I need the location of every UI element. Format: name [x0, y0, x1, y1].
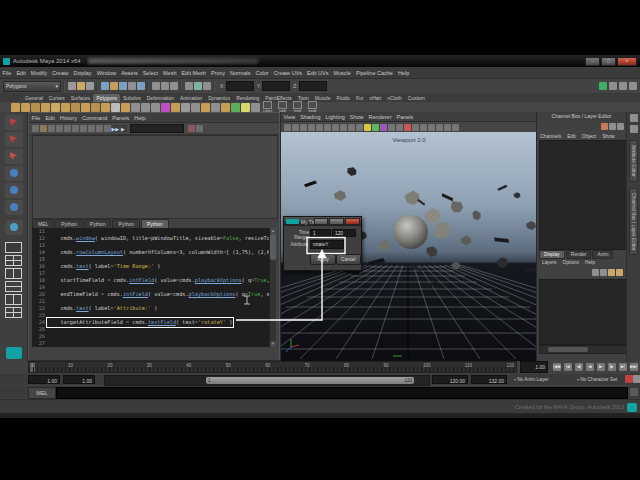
undo-icon[interactable] [56, 125, 63, 132]
combine-icon[interactable] [131, 103, 140, 112]
shelf-tab[interactable]: Fluids [334, 94, 353, 102]
character-set-dropdown[interactable]: No Character Set [577, 375, 617, 384]
poly-cylinder-icon[interactable] [31, 103, 40, 112]
exploding-sphere[interactable] [394, 215, 428, 249]
mirror-icon[interactable] [201, 103, 210, 112]
lasso-tool-icon[interactable] [5, 132, 23, 147]
oversampling-icon[interactable] [332, 124, 339, 131]
command-line-input[interactable] [56, 387, 628, 399]
gamma-icon[interactable] [444, 124, 451, 131]
camera-attributes-icon[interactable] [300, 124, 307, 131]
maximize-button[interactable]: ▢ [601, 57, 616, 66]
playback-end-field[interactable]: 120.00 [432, 375, 468, 384]
go-to-start-button[interactable]: |◀◀ [553, 363, 561, 371]
script-input-pane[interactable]: 1112 cmds.window( windowID, title=pWindo… [32, 228, 269, 347]
code-line-24[interactable]: 24 targetAttributeField = cmds.textField… [32, 319, 269, 326]
shelf-tab[interactable]: Subdivs [120, 94, 144, 102]
layer-tab[interactable]: Display [539, 250, 565, 259]
layout-single-pane-button[interactable] [5, 242, 22, 253]
bevel-icon[interactable] [221, 103, 230, 112]
apply-button[interactable]: Apply [310, 254, 336, 265]
code-line-26[interactable]: 26 [32, 333, 269, 340]
open-script-icon[interactable] [40, 125, 47, 132]
select-camera-icon[interactable] [284, 124, 291, 131]
layer-tab[interactable]: Anim [592, 250, 613, 259]
script-editor-menu-item[interactable]: Edit [43, 115, 57, 121]
lock-camera-icon[interactable] [292, 124, 299, 131]
tool-settings-toggle-icon[interactable] [619, 82, 627, 90]
2d-pan-zoom-icon[interactable] [324, 124, 331, 131]
code-line-23[interactable]: 23 [32, 312, 269, 319]
snap-plane-icon[interactable] [128, 82, 136, 90]
end-time-field[interactable]: 120 [332, 229, 356, 237]
divider[interactable] [96, 81, 98, 92]
shaded-icon[interactable] [348, 124, 355, 131]
clear-history-icon[interactable] [96, 125, 103, 132]
paint-select-tool-icon[interactable] [5, 149, 23, 164]
animation-end-field[interactable]: 132.00 [471, 375, 507, 384]
poly-cube-icon[interactable] [21, 103, 30, 112]
render-icon[interactable] [185, 82, 193, 90]
poly-platonic-icon[interactable] [121, 103, 130, 112]
shelf-tab[interactable]: Curves [46, 94, 68, 102]
shelf-tab[interactable]: Custom [405, 94, 428, 102]
pin-panel-icon[interactable] [630, 114, 638, 122]
attribute-field[interactable]: rotateY [310, 240, 344, 249]
z-coord-input[interactable] [299, 81, 327, 91]
poly-soccerball-icon[interactable] [111, 103, 120, 112]
shelf-tab[interactable]: Surfaces [68, 94, 94, 102]
menu-item[interactable]: Edit UVs [305, 70, 331, 76]
poly-plane-icon[interactable] [51, 103, 60, 112]
viewport-menu-item[interactable]: Lighting [323, 114, 347, 120]
save-scene-icon[interactable] [86, 82, 94, 90]
auto-keyframe-icon[interactable] [625, 375, 633, 383]
bookmark-icon[interactable] [308, 124, 315, 131]
move-tool-icon[interactable] [5, 166, 23, 181]
window-titlebar[interactable]: Autodesk Maya 2014 x64 : – ▢ ✕ [0, 55, 640, 67]
code-line-16[interactable]: 16 cmds.text( label='Time Range:' ) [32, 263, 269, 270]
playback-start-field[interactable]: 1.00 [63, 375, 95, 384]
execute-icon[interactable]: ▶ [120, 125, 127, 132]
poly-pyramid-icon[interactable] [81, 103, 90, 112]
script-icon[interactable] [251, 103, 260, 112]
select-tool-icon[interactable] [5, 115, 23, 130]
shelf-tab[interactable]: General [22, 94, 46, 102]
code-line-25[interactable]: 25 [32, 326, 269, 333]
channel-box-toggle-icon[interactable] [629, 82, 637, 90]
snap-curve-icon[interactable] [110, 82, 118, 90]
code-line-20[interactable]: 20 endTimeField = cmds.intField( value=c… [32, 291, 269, 298]
snap-point-icon[interactable] [119, 82, 127, 90]
dialog-maximize-button[interactable] [329, 218, 344, 225]
go-to-end-button[interactable]: ▶▶| [630, 363, 638, 371]
shelf-tab[interactable]: Deformation [144, 94, 177, 102]
execute-all-icon[interactable]: ▶▶ [112, 125, 119, 132]
code-line-21[interactable]: 21 [32, 298, 269, 305]
layout-two-stacked-pane-button[interactable] [5, 281, 22, 292]
script-editor-menu-item[interactable]: Panels [110, 115, 132, 121]
screen-space-ao-icon[interactable] [380, 124, 387, 131]
poly-sphere-icon[interactable] [11, 103, 20, 112]
channel-box-menu-item[interactable]: Edit [564, 133, 579, 139]
tab-channel-box-layer-editor[interactable]: Channel Box / Layer Editor [629, 188, 638, 255]
shelf-tab[interactable]: Dynamics [205, 94, 233, 102]
menu-item[interactable]: Select [140, 70, 160, 76]
extract-icon[interactable] [151, 103, 160, 112]
viewport-menu-item[interactable]: Renderer [366, 114, 394, 120]
scrollbar-thumb[interactable] [548, 347, 588, 352]
script-tab[interactable]: Python [141, 219, 169, 228]
multisample-icon[interactable] [396, 124, 403, 131]
menu-item[interactable]: Create UVs [271, 70, 304, 76]
debris-chunks-front[interactable] [345, 219, 537, 289]
layer-tab[interactable]: Render [566, 250, 592, 259]
poly-torus-icon[interactable] [61, 103, 70, 112]
menu-item[interactable]: Help [395, 70, 411, 76]
start-time-field[interactable]: 1 [310, 229, 331, 237]
xray-icon[interactable] [420, 124, 427, 131]
script-tab[interactable]: Python [84, 219, 112, 228]
snap-grid-icon[interactable] [101, 82, 109, 90]
menu-item[interactable]: Display [71, 70, 94, 76]
animation-start-field[interactable]: 1.00 [28, 375, 60, 384]
code-line-19[interactable]: 19 [32, 284, 269, 291]
channel-list-empty[interactable] [539, 140, 627, 250]
code-line-27[interactable]: 27 [32, 340, 269, 347]
